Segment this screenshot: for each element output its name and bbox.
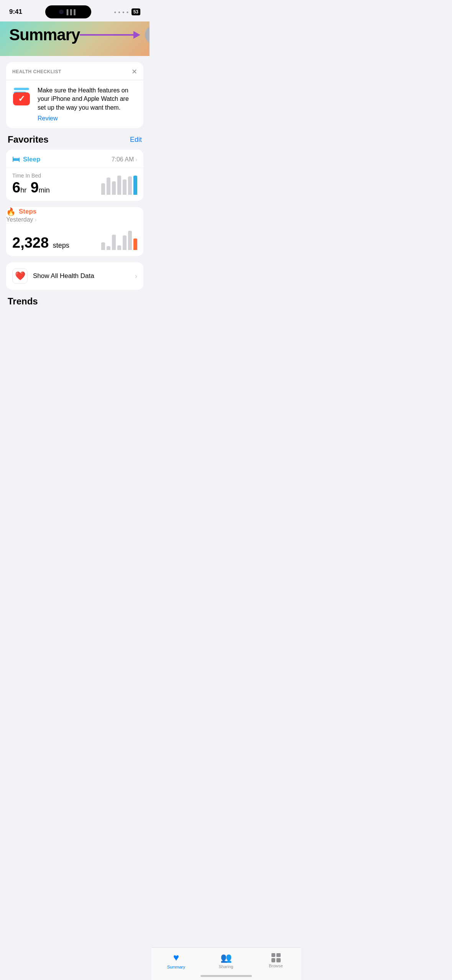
steps-bar-5 [123, 235, 127, 250]
header-section: Summary SG [0, 21, 150, 56]
steps-value: 2,328 [12, 235, 49, 251]
sleep-title: Sleep [23, 156, 40, 163]
steps-chevron-icon: › [35, 217, 37, 223]
checklist-header: HEALTH CHECKLIST ✕ [6, 62, 143, 80]
sleep-bar-7 [133, 176, 137, 195]
checkmark-icon: ✓ [18, 94, 25, 104]
checklist-box: ✓ [13, 92, 30, 105]
steps-time-value: Yesterday [6, 216, 33, 223]
camera-indicator [59, 10, 64, 14]
sleep-metric-label: Time In Bed [12, 173, 50, 179]
signal-bars-icon: ▌▌▌ [67, 9, 77, 15]
status-right: ● ● ● ● 53 [114, 8, 140, 15]
page-title: Summary [9, 26, 80, 44]
steps-title: Steps [19, 208, 36, 215]
checklist-description: Make sure the Health features on your iP… [38, 86, 137, 112]
sleep-metric-value: 6hr 9min [12, 180, 50, 195]
steps-bar-chart [101, 231, 137, 250]
sleep-icon: 🛏 [12, 155, 20, 164]
steps-unit: steps [53, 242, 69, 249]
steps-bar-2 [107, 246, 110, 250]
trends-section: Trends [6, 296, 143, 307]
show-all-health-button[interactable]: ❤️ Show All Health Data › [6, 262, 143, 290]
steps-bar-7 [133, 238, 137, 250]
main-content: HEALTH CHECKLIST ✕ ✓ Make sure the Healt… [0, 56, 150, 350]
checklist-section-title: HEALTH CHECKLIST [12, 69, 61, 74]
sleep-label: 🛏 Sleep [12, 155, 40, 164]
edit-favorites-button[interactable]: Edit [130, 136, 142, 144]
header-right: SG [80, 25, 150, 44]
steps-time: Yesterday › [6, 216, 143, 223]
health-heart-icon: ❤️ [12, 268, 28, 284]
arrow-indicator [80, 31, 140, 39]
steps-metric: 2,328 steps [12, 228, 69, 250]
sleep-bar-6 [128, 176, 132, 195]
health-checklist-card: HEALTH CHECKLIST ✕ ✓ Make sure the Healt… [6, 62, 143, 128]
sleep-time-value: 7:06 AM [112, 156, 134, 163]
show-all-health-card[interactable]: ❤️ Show All Health Data › [6, 262, 143, 290]
sleep-time: 7:06 AM › [112, 156, 137, 163]
steps-metric-value: 2,328 steps [12, 235, 69, 250]
status-bar: 9:41 ▌▌▌ ● ● ● ● 53 [0, 0, 150, 21]
arrow-head [133, 31, 140, 39]
sleep-min-unit: min [39, 186, 50, 194]
dynamic-island: ▌▌▌ [45, 5, 91, 18]
checklist-text-block: Make sure the Health features on your iP… [38, 86, 137, 122]
steps-bar-1 [101, 242, 105, 250]
sleep-bar-1 [101, 183, 105, 195]
sleep-hr-unit: hr [20, 186, 26, 194]
signal-dots-icon: ● ● ● ● [114, 10, 129, 14]
steps-label: 🔥 Steps [6, 207, 143, 216]
checklist-icon: ✓ [12, 86, 32, 106]
sleep-metric: Time In Bed 6hr 9min [12, 173, 50, 195]
sleep-card[interactable]: 🛏 Sleep 7:06 AM › Time In Bed 6hr 9min [6, 150, 143, 201]
sleep-bar-5 [123, 179, 127, 195]
checklist-body: ✓ Make sure the Health features on your … [6, 80, 143, 128]
sleep-bar-chart [101, 176, 137, 195]
battery-indicator: 53 [131, 8, 140, 15]
steps-card[interactable]: 🔥 Steps Yesterday › 2,328 steps [6, 207, 143, 256]
steps-bar-3 [112, 235, 116, 250]
arrow-line [80, 34, 133, 36]
steps-bar-6 [128, 231, 132, 250]
show-all-label: Show All Health Data [33, 272, 130, 280]
sleep-chevron-icon: › [135, 156, 137, 163]
sleep-hours: 6 [12, 179, 20, 196]
steps-card-header: 🔥 Steps Yesterday › [6, 207, 143, 223]
sleep-bar-3 [112, 181, 116, 195]
sleep-card-header: 🛏 Sleep 7:06 AM › [6, 150, 143, 168]
status-time: 9:41 [9, 8, 22, 16]
trends-title: Trends [8, 296, 142, 307]
sleep-card-body: Time In Bed 6hr 9min [6, 168, 143, 201]
close-checklist-button[interactable]: ✕ [131, 67, 137, 76]
sleep-minutes: 9 [31, 179, 39, 196]
steps-bar-4 [117, 245, 121, 250]
checklist-line1 [14, 88, 29, 90]
steps-card-body: 2,328 steps [6, 223, 143, 256]
steps-icon: 🔥 [6, 207, 16, 216]
favorites-section-header: Favorites Edit [6, 134, 143, 145]
sleep-bar-4 [117, 176, 121, 195]
review-link[interactable]: Review [38, 115, 58, 122]
avatar[interactable]: SG [145, 25, 150, 44]
sleep-bar-2 [107, 178, 110, 195]
favorites-title: Favorites [8, 134, 49, 145]
show-all-chevron-icon: › [135, 272, 137, 280]
